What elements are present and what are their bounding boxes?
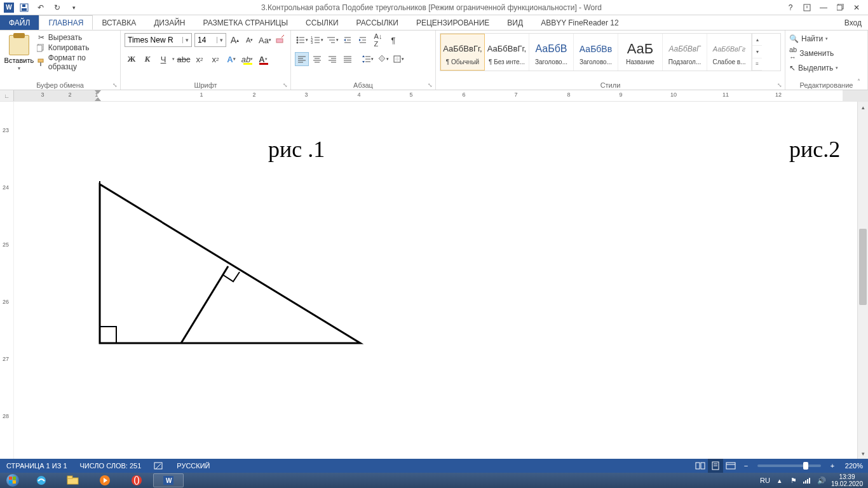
tab-home[interactable]: ГЛАВНАЯ <box>39 15 93 30</box>
select-button[interactable]: ↖Выделить▾ <box>789 62 864 74</box>
subscript-button[interactable]: x2 <box>193 52 207 66</box>
format-painter-button[interactable]: Формат по образцу <box>37 53 116 71</box>
network-icon[interactable] <box>803 476 812 485</box>
scroll-up-icon[interactable]: ▴ <box>858 102 868 112</box>
tab-selector[interactable]: ∟ <box>0 90 14 101</box>
tab-layout[interactable]: РАЗМЕТКА СТРАНИЦЫ <box>194 15 297 30</box>
style-heading2[interactable]: АаБбВвЗаголово... <box>574 34 618 71</box>
task-ie[interactable] <box>26 473 57 487</box>
language-indicator[interactable]: РУССКИЙ <box>170 462 216 470</box>
numbering-button[interactable]: 123▾ <box>310 33 324 47</box>
replace-button[interactable]: ab↔Заменить <box>789 44 864 62</box>
style-title[interactable]: АаБНазвание <box>618 34 663 71</box>
proofing-icon[interactable] <box>147 461 170 470</box>
indent-increase-button[interactable] <box>356 33 370 47</box>
bullets-button[interactable]: ▾ <box>295 33 309 47</box>
shading-button[interactable]: ▾ <box>376 52 390 66</box>
show-marks-button[interactable]: ¶ <box>386 33 400 47</box>
scroll-thumb[interactable] <box>859 229 867 305</box>
shrink-font-button[interactable]: A▾ <box>243 33 255 47</box>
clear-format-button[interactable] <box>275 33 287 47</box>
page-indicator[interactable]: СТРАНИЦА 1 ИЗ 1 <box>0 462 74 470</box>
vertical-ruler[interactable]: 232425262728 <box>0 102 14 459</box>
scroll-down-icon[interactable]: ▾ <box>858 448 868 459</box>
bold-button[interactable]: Ж <box>125 52 139 66</box>
task-word[interactable]: W <box>153 473 184 487</box>
paragraph-launcher-icon[interactable]: ⤡ <box>428 82 433 88</box>
volume-icon[interactable]: 🔊 <box>817 476 826 485</box>
tab-design[interactable]: ДИЗАЙН <box>145 15 194 30</box>
font-size-combo[interactable]: 14▾ <box>194 33 226 47</box>
font-color-button[interactable]: A▾ <box>256 52 270 66</box>
strike-button[interactable]: abc <box>177 52 191 66</box>
ribbon-options-icon[interactable] <box>799 1 815 14</box>
style-subtitle[interactable]: АаБбВвГПодзагол... <box>663 34 707 71</box>
tab-abbyy[interactable]: ABBYY FineReader 12 <box>532 15 628 30</box>
style-normal[interactable]: АаБбВвГг,¶ Обычный <box>440 34 485 71</box>
cut-button[interactable]: ✂Вырезать <box>37 33 116 42</box>
redo-icon[interactable]: ↻ <box>51 1 64 14</box>
clock[interactable]: 13:39 19.02.2020 <box>831 473 863 487</box>
flag-icon[interactable]: ⚑ <box>789 476 798 485</box>
read-mode-icon[interactable] <box>693 459 708 473</box>
underline-button[interactable]: Ч <box>156 52 170 66</box>
styles-launcher-icon[interactable]: ⤡ <box>777 82 782 88</box>
zoom-out-button[interactable]: − <box>738 459 754 473</box>
collapse-ribbon-icon[interactable]: ˄ <box>851 74 865 88</box>
style-heading1[interactable]: АаБбВЗаголово... <box>529 34 574 71</box>
tray-up-icon[interactable]: ▴ <box>775 476 784 485</box>
font-family-combo[interactable]: Times New R▾ <box>125 33 192 47</box>
login-link[interactable]: Вход <box>838 15 868 30</box>
qat-more-icon[interactable]: ▾ <box>67 1 80 14</box>
font-launcher-icon[interactable]: ⤡ <box>283 82 288 88</box>
zoom-slider[interactable] <box>757 464 821 467</box>
tab-view[interactable]: ВИД <box>498 15 532 30</box>
triangle-drawing[interactable] <box>49 172 494 375</box>
borders-button[interactable]: ▾ <box>391 52 405 66</box>
vertical-scrollbar[interactable]: ▴ ▾ <box>857 102 868 459</box>
page[interactable]: рис .1 рис.2 <box>14 102 857 459</box>
horizontal-ruler[interactable]: ∟ 321123456789101112 <box>0 90 868 102</box>
highlight-button[interactable]: ab▾ <box>240 52 254 66</box>
print-layout-icon[interactable] <box>708 459 723 473</box>
grow-font-button[interactable]: A▴ <box>229 33 241 47</box>
zoom-in-button[interactable]: + <box>825 459 840 473</box>
task-explorer[interactable] <box>58 473 88 487</box>
tab-references[interactable]: ССЫЛКИ <box>297 15 347 30</box>
align-justify-button[interactable] <box>341 52 355 66</box>
gallery-up-icon[interactable]: ▴ <box>752 34 762 46</box>
help-icon[interactable]: ? <box>783 1 798 14</box>
multilevel-button[interactable]: ▾ <box>325 33 339 47</box>
tab-mailings[interactable]: РАССЫЛКИ <box>348 15 407 30</box>
task-media[interactable] <box>90 473 120 487</box>
gallery-down-icon[interactable]: ▾ <box>752 46 762 58</box>
italic-button[interactable]: К <box>140 52 154 66</box>
find-button[interactable]: 🔍Найти▾ <box>789 33 864 44</box>
indent-decrease-button[interactable] <box>341 33 355 47</box>
sort-button[interactable]: A↓Z <box>371 33 385 47</box>
change-case-button[interactable]: Aa▾ <box>258 33 272 47</box>
web-layout-icon[interactable] <box>723 459 738 473</box>
chevron-down-icon[interactable]: ▾ <box>217 37 226 43</box>
align-right-button[interactable] <box>325 52 339 66</box>
zoom-percentage[interactable]: 220% <box>840 462 868 470</box>
tab-insert[interactable]: ВСТАВКА <box>93 15 145 30</box>
tab-review[interactable]: РЕЦЕНЗИРОВАНИЕ <box>407 15 498 30</box>
align-left-button[interactable] <box>295 52 309 66</box>
gallery-more-icon[interactable]: ≡ <box>752 58 762 71</box>
clipboard-launcher-icon[interactable]: ⤡ <box>112 82 118 88</box>
tab-file[interactable]: ФАЙЛ <box>0 15 39 30</box>
task-opera[interactable] <box>121 473 152 487</box>
line-spacing-button[interactable]: ▾ <box>361 52 375 66</box>
tray-lang[interactable]: RU <box>760 477 770 484</box>
close-icon[interactable]: ✕ <box>849 1 864 14</box>
minimize-icon[interactable]: ― <box>816 1 831 14</box>
paste-button[interactable]: Вставить ▾ <box>4 33 34 72</box>
save-icon[interactable] <box>18 1 31 14</box>
chevron-down-icon[interactable]: ▾ <box>182 37 191 43</box>
underline-more-icon[interactable]: ▾ <box>172 57 175 62</box>
style-no-spacing[interactable]: АаБбВвГг,¶ Без инте... <box>485 34 529 71</box>
undo-icon[interactable]: ↶ <box>34 1 47 14</box>
align-center-button[interactable] <box>310 52 324 66</box>
text-effects-button[interactable]: A▾ <box>224 52 238 66</box>
